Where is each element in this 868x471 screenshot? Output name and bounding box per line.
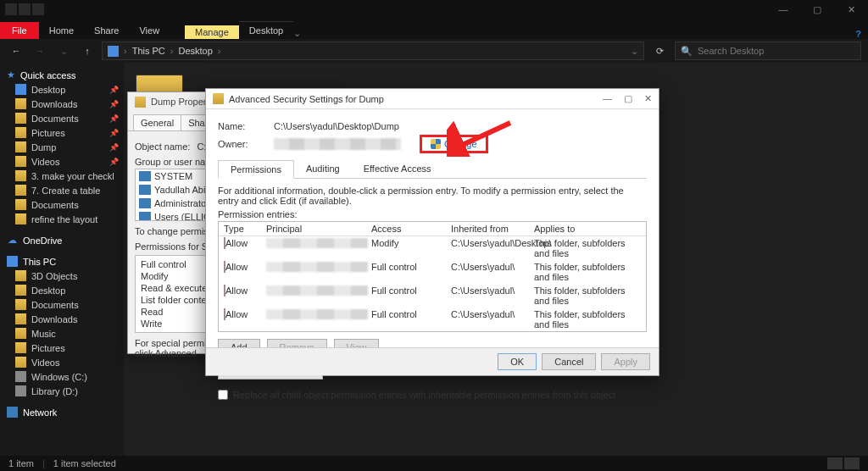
name-label: Name: bbox=[218, 121, 260, 131]
col-access[interactable]: Access bbox=[371, 224, 448, 234]
sidebar-item-label: 3D Objects bbox=[31, 271, 77, 281]
security-icon bbox=[224, 261, 225, 273]
tab-general[interactable]: General bbox=[133, 114, 181, 130]
status-count: 1 item bbox=[8, 458, 34, 468]
sidebar-item[interactable]: Pictures📌 bbox=[0, 125, 124, 140]
sidebar-item[interactable]: 3. make your checkl bbox=[0, 169, 124, 183]
sidebar-item[interactable]: Pictures bbox=[0, 341, 124, 355]
sidebar-item[interactable]: 7. Create a table bbox=[0, 183, 124, 197]
refresh-button[interactable]: ⟳ bbox=[649, 42, 670, 60]
desktop-tab[interactable]: Desktop bbox=[239, 21, 293, 39]
change-owner-link[interactable]: Change bbox=[444, 139, 477, 149]
folder-icon bbox=[15, 98, 26, 109]
adv-title-bar[interactable]: Advanced Security Settings for Dump — ▢ … bbox=[206, 89, 659, 109]
sidebar-item-label: Desktop bbox=[31, 85, 65, 95]
share-tab[interactable]: Share bbox=[84, 22, 129, 39]
replace-children-label: Replace all child object permission entr… bbox=[233, 390, 615, 400]
address-dropdown-icon[interactable]: ⌄ bbox=[631, 46, 638, 57]
qat-icon-3[interactable] bbox=[32, 3, 44, 15]
status-bar: 1 item | 1 item selected bbox=[0, 456, 868, 471]
table-row[interactable]: AllowFull controlC:\Users\yadul\This fol… bbox=[219, 308, 646, 331]
owner-label: Owner: bbox=[218, 139, 260, 149]
sidebar-item-label: Documents bbox=[31, 114, 79, 124]
sidebar-item[interactable]: Documents bbox=[0, 197, 124, 212]
table-row[interactable]: AllowFull controlC:\Users\yadul\This fol… bbox=[219, 260, 646, 284]
home-tab[interactable]: Home bbox=[39, 22, 84, 39]
adv-title-text: Advanced Security Settings for Dump bbox=[229, 94, 384, 104]
view-tab[interactable]: View bbox=[129, 22, 170, 39]
apply-button[interactable]: Apply bbox=[601, 353, 650, 370]
col-type[interactable]: Type bbox=[224, 224, 263, 234]
sidebar: ★Quick access Desktop📌Downloads📌Document… bbox=[0, 63, 124, 456]
minimize-button[interactable]: — bbox=[603, 93, 612, 104]
close-button[interactable]: ✕ bbox=[834, 0, 868, 19]
sidebar-item[interactable]: Downloads📌 bbox=[0, 97, 124, 111]
sidebar-item-label: Dump bbox=[31, 142, 56, 152]
sidebar-item-label: Music bbox=[31, 329, 56, 339]
sidebar-item[interactable]: Videos📌 bbox=[0, 154, 124, 169]
folder-icon bbox=[15, 270, 26, 281]
pin-icon: 📌 bbox=[109, 158, 119, 166]
pin-icon: 📌 bbox=[109, 114, 119, 123]
nav-recent-icon[interactable]: ⌄ bbox=[54, 42, 73, 60]
sidebar-item[interactable]: Documents📌 bbox=[0, 111, 124, 125]
qat-icon-1[interactable] bbox=[5, 3, 17, 15]
replace-children-checkbox[interactable] bbox=[218, 390, 228, 400]
sidebar-item[interactable]: Desktop📌 bbox=[0, 82, 124, 97]
sidebar-item[interactable]: Downloads bbox=[0, 312, 124, 326]
disk-icon bbox=[15, 371, 26, 382]
network-header[interactable]: Network bbox=[0, 405, 124, 419]
sidebar-item[interactable]: Documents bbox=[0, 297, 124, 312]
view-icons-icon[interactable] bbox=[844, 457, 860, 469]
sidebar-item[interactable]: refine the layout bbox=[0, 212, 124, 226]
sidebar-item[interactable]: Library (D:) bbox=[0, 384, 124, 398]
name-value: C:\Users\yadul\Desktop\Dump bbox=[274, 121, 399, 131]
search-input[interactable]: 🔍 Search Desktop bbox=[675, 42, 861, 60]
sidebar-item-label: 7. Create a table bbox=[31, 186, 100, 196]
maximize-button[interactable]: ▢ bbox=[624, 93, 632, 104]
tab-effective-access[interactable]: Effective Access bbox=[352, 160, 443, 178]
tab-auditing[interactable]: Auditing bbox=[294, 160, 352, 178]
nav-up-button[interactable]: ↑ bbox=[78, 42, 97, 60]
folder-icon bbox=[15, 313, 26, 324]
table-row[interactable]: AllowModifyC:\Users\yadul\Desktop\This f… bbox=[219, 236, 646, 260]
qat-icon-2[interactable] bbox=[19, 3, 31, 15]
onedrive-header[interactable]: ☁OneDrive bbox=[0, 233, 124, 247]
col-inherited[interactable]: Inherited from bbox=[451, 224, 531, 234]
sidebar-item[interactable]: Desktop bbox=[0, 283, 124, 297]
sidebar-item[interactable]: Videos bbox=[0, 355, 124, 369]
ok-button[interactable]: OK bbox=[498, 353, 537, 370]
file-tab[interactable]: File bbox=[0, 22, 39, 39]
maximize-button[interactable]: ▢ bbox=[800, 0, 834, 19]
cancel-button[interactable]: Cancel bbox=[542, 353, 596, 370]
quick-access-header[interactable]: ★Quick access bbox=[0, 68, 124, 82]
thispc-header[interactable]: This PC bbox=[0, 254, 124, 269]
help-icon[interactable]: ? bbox=[855, 29, 861, 39]
adv-subtabs: Permissions Auditing Effective Access bbox=[218, 160, 647, 179]
permission-grid[interactable]: Type Principal Access Inherited from App… bbox=[218, 221, 647, 332]
principal-blurred bbox=[266, 238, 368, 248]
address-input[interactable]: › This PC › Desktop › ⌄ bbox=[102, 42, 644, 60]
sidebar-item-label: Desktop bbox=[31, 285, 65, 296]
col-applies[interactable]: Applies to bbox=[534, 224, 641, 234]
breadcrumb-desktop[interactable]: Desktop bbox=[178, 46, 212, 56]
sidebar-item[interactable]: Dump📌 bbox=[0, 140, 124, 154]
tab-permissions[interactable]: Permissions bbox=[218, 160, 294, 179]
table-row[interactable]: AllowFull controlC:\Users\yadul\This fol… bbox=[219, 284, 646, 308]
view-details-icon[interactable] bbox=[827, 457, 843, 469]
nav-forward-button[interactable]: → bbox=[31, 42, 49, 60]
user-icon bbox=[139, 171, 151, 181]
sidebar-item-label: Windows (C:) bbox=[31, 372, 87, 382]
ribbon-collapse-icon[interactable]: ⌄ bbox=[293, 28, 301, 39]
sidebar-item[interactable]: 3D Objects bbox=[0, 269, 124, 283]
adv-info-text: For additional information, double-click… bbox=[218, 186, 647, 206]
sidebar-item[interactable]: Windows (C:) bbox=[0, 369, 124, 384]
breadcrumb-thispc[interactable]: This PC bbox=[132, 46, 165, 56]
minimize-button[interactable]: — bbox=[766, 0, 800, 19]
close-button[interactable]: ✕ bbox=[644, 93, 652, 104]
sidebar-item[interactable]: Music bbox=[0, 326, 124, 341]
shield-icon bbox=[431, 139, 441, 149]
nav-back-button[interactable]: ← bbox=[7, 42, 25, 60]
col-principal[interactable]: Principal bbox=[266, 224, 368, 234]
security-icon bbox=[224, 237, 225, 249]
